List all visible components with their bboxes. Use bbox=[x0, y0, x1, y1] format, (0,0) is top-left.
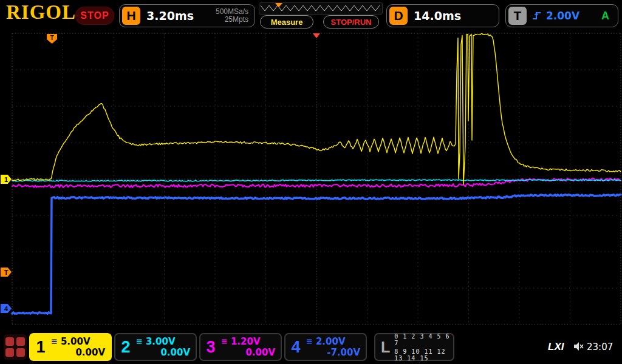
coupling-icon: ≡ bbox=[51, 339, 58, 345]
channel-number: 3 bbox=[200, 334, 221, 360]
speaker-muted-icon bbox=[573, 342, 584, 351]
channel-scale-value: 5.00V bbox=[61, 336, 91, 347]
channel-box-4[interactable]: 4 ≡ 2.00V -7.00V bbox=[284, 333, 367, 361]
channel-number: 1 bbox=[30, 334, 51, 360]
horizontal-label-badge: H bbox=[122, 7, 140, 25]
strip-trigger-caret bbox=[275, 3, 282, 7]
digital-label: L bbox=[375, 339, 394, 356]
channel-scale-value: 1.20V bbox=[231, 336, 261, 347]
coupling-icon: ≡ bbox=[221, 339, 228, 345]
channel-box-1[interactable]: 1 ≡ 5.00V 0.00V bbox=[29, 333, 112, 361]
channel-scale-value: 3.00V bbox=[146, 336, 176, 347]
brand-logo: RIGOL bbox=[6, 1, 76, 24]
stop-run-button[interactable]: STOP/RUN bbox=[323, 15, 379, 29]
timebase-value: 3.20ms bbox=[146, 9, 194, 22]
menu-grid-icon bbox=[5, 337, 14, 346]
horizontal-box[interactable]: H 3.20ms 500MSa/s 25Mpts bbox=[119, 4, 255, 27]
channel-offset-value: 0.00V bbox=[136, 347, 190, 358]
delay-box[interactable]: D 14.0ms bbox=[386, 4, 499, 27]
memory-depth: 25Mpts bbox=[216, 16, 248, 24]
channel-box-3[interactable]: 3 ≡ 1.20V 0.00V bbox=[199, 333, 282, 361]
digital-channels-row1: 0 1 2 3 4 5 6 7 bbox=[394, 333, 453, 346]
trigger-label-badge: T bbox=[508, 7, 527, 25]
scope-display bbox=[0, 0, 622, 364]
measure-button[interactable]: Measure bbox=[260, 15, 313, 29]
channel-number: 2 bbox=[115, 334, 136, 360]
delay-label-badge: D bbox=[389, 7, 408, 25]
trigger-mode-indicator: A bbox=[601, 10, 609, 22]
channel-scale-value: 2.00V bbox=[316, 336, 346, 347]
trigger-box[interactable]: T 2.00V A bbox=[505, 4, 618, 27]
top-bar: RIGOL STOP H 3.20ms 500MSa/s 25Mpts Meas… bbox=[0, 0, 622, 30]
digital-channels-row2: 8 9 10 11 12 13 14 15 bbox=[394, 348, 453, 362]
run-status-badge: STOP bbox=[75, 7, 114, 25]
channel-offset-value: 0.00V bbox=[51, 347, 105, 358]
coupling-icon: ≡ bbox=[136, 339, 143, 345]
lxi-label: LXI bbox=[548, 341, 564, 353]
bottom-bar: 1 ≡ 5.00V 0.00V 2 ≡ 3.00V 0.00V 3 ≡ 1.20… bbox=[0, 329, 622, 364]
channel-number: 4 bbox=[285, 334, 306, 360]
waveform-memory-strip[interactable] bbox=[259, 2, 383, 15]
memory-waveform-icon bbox=[259, 3, 381, 13]
trigger-level-value: 2.00V bbox=[546, 10, 579, 22]
channel-box-2[interactable]: 2 ≡ 3.00V 0.00V bbox=[114, 333, 197, 361]
channel-offset-value: -7.00V bbox=[306, 347, 360, 358]
trigger-edge-icon bbox=[531, 10, 542, 21]
delay-value: 14.0ms bbox=[414, 9, 461, 22]
digital-channels-box[interactable]: L 0 1 2 3 4 5 6 7 8 9 10 11 12 13 14 15 bbox=[374, 333, 454, 361]
clock: 23:07 bbox=[587, 342, 613, 352]
coupling-icon: ≡ bbox=[306, 339, 313, 345]
menu-button[interactable] bbox=[4, 334, 27, 360]
channel-offset-value: 0.00V bbox=[221, 347, 275, 358]
